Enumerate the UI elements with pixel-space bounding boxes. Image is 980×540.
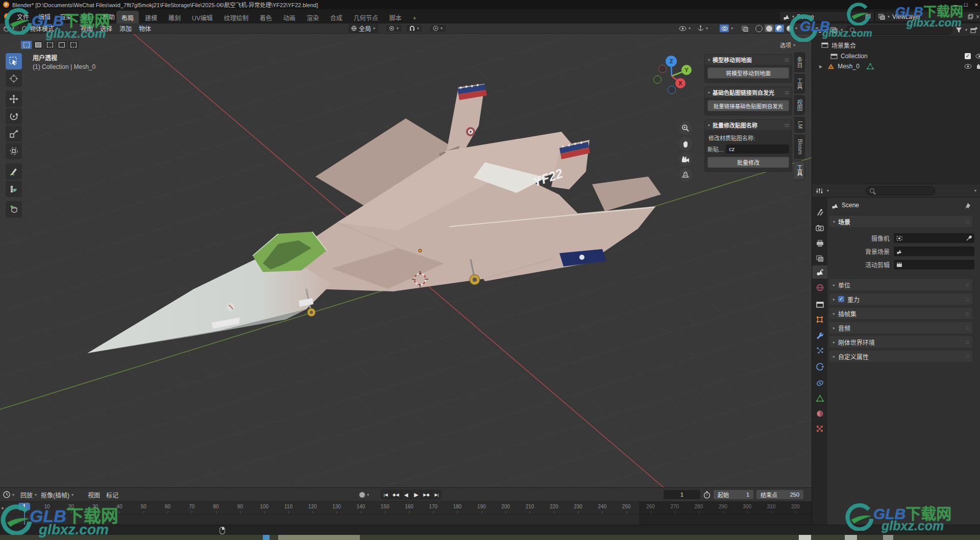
options-dropdown[interactable]: 选项▾ <box>780 41 795 49</box>
tab-constraints[interactable] <box>812 376 827 389</box>
select-extend-button[interactable] <box>33 41 43 49</box>
tab-output[interactable] <box>812 236 827 250</box>
tab-texture[interactable] <box>812 422 827 435</box>
drag-grip-icon[interactable]: :::: <box>785 90 789 95</box>
new-scene-icon[interactable] <box>865 14 871 19</box>
current-frame-field[interactable]: 1 <box>664 490 700 499</box>
new-view-layer-icon[interactable] <box>968 14 973 19</box>
camera-render-icon[interactable] <box>976 64 980 69</box>
properties-search-input[interactable] <box>866 186 935 195</box>
section-gravity[interactable]: ▸✓重力:::: <box>829 293 972 305</box>
drag-grip-icon[interactable]: :::: <box>785 57 789 62</box>
minimize-button[interactable]: – <box>954 2 957 8</box>
transform-orientation[interactable]: 全局 ▾ <box>348 23 378 33</box>
remove-view-layer-icon[interactable]: × <box>976 13 979 20</box>
jump-to-end-button[interactable]: ▶| <box>432 489 442 500</box>
maximize-button[interactable]: □ <box>964 2 968 8</box>
new-name-input[interactable]: cz <box>726 144 789 154</box>
tab-object[interactable] <box>812 313 827 326</box>
menu-item[interactable]: 渲染 <box>55 11 77 22</box>
camera-view-button[interactable] <box>679 153 692 166</box>
eye-icon[interactable] <box>964 64 972 69</box>
gravity-checkbox[interactable]: ✓ <box>838 296 844 302</box>
pivot-point-selector[interactable]: ▾ <box>386 23 402 33</box>
outliner-row-mesh[interactable]: ▶ Mesh_0 <box>812 61 980 71</box>
sidebar-tab[interactable]: 工具 <box>794 74 805 93</box>
tool-cursor[interactable] <box>6 70 22 87</box>
tool-rotate[interactable] <box>6 108 22 125</box>
shading-wireframe-button[interactable] <box>754 24 764 32</box>
axis-minus-x-ball[interactable] <box>659 65 667 73</box>
workspace-tab[interactable]: 布局 <box>116 11 139 25</box>
outliner-row-collection[interactable]: Collection ✓ <box>812 51 980 61</box>
viewport-3d[interactable]: YF22 <box>0 23 812 487</box>
workspace-tab[interactable]: 脚本 <box>384 11 407 25</box>
tool-measure[interactable] <box>6 181 22 197</box>
prev-keyframe-button[interactable]: ◆◀ <box>391 489 401 500</box>
batch-rename-button[interactable]: 批量修改 <box>707 157 789 168</box>
timeline-editor-selector[interactable]: ▾ <box>3 488 14 501</box>
workspace-tab[interactable]: 几何节点 <box>349 11 383 25</box>
drag-grip-icon[interactable]: :::: <box>785 122 789 128</box>
workspace-tab[interactable]: 渲染 <box>302 11 324 25</box>
jump-to-start-button[interactable]: |◀ <box>381 489 391 500</box>
view-layer-selector[interactable]: ▾ ViewLayer × <box>875 11 980 22</box>
scene-selector[interactable]: ▾ Scene <box>779 11 874 22</box>
tab-render[interactable] <box>812 221 827 234</box>
axis-gizmo[interactable]: Z Y X <box>653 53 692 94</box>
section-units[interactable]: ▸单位:::: <box>829 279 972 290</box>
menu-item[interactable]: 编辑 <box>34 11 55 22</box>
select-intersect-button[interactable] <box>68 41 79 49</box>
outliner-search-input[interactable] <box>846 26 952 35</box>
shading-solid-button[interactable] <box>765 24 774 32</box>
section-keying-sets[interactable]: ▸插帧集:::: <box>829 308 972 319</box>
eyedropper-icon[interactable] <box>966 235 972 241</box>
filter-icon[interactable] <box>955 27 962 33</box>
zoom-button[interactable] <box>679 121 692 135</box>
section-audio[interactable]: ▸音频:::: <box>829 322 972 333</box>
playback-menu[interactable]: 回放▾ <box>20 488 37 501</box>
new-collection-icon[interactable] <box>970 27 977 33</box>
play-button[interactable]: ▶ <box>411 489 422 500</box>
panel-header[interactable]: ▾批量修改贴图名称:::: <box>705 120 792 130</box>
section-scene[interactable]: ▾ 场景 :::: <box>829 216 972 227</box>
sidebar-tab[interactable]: 视图 <box>794 95 805 115</box>
keying-menu[interactable]: 抠像(插帧)▾ <box>41 488 74 501</box>
tab-modifiers[interactable] <box>812 328 827 341</box>
auto-key-toggle[interactable]: ▾ <box>359 488 369 501</box>
eye-icon[interactable] <box>975 54 980 59</box>
perspective-toggle-button[interactable] <box>679 168 692 181</box>
tool-select-box[interactable] <box>6 53 22 69</box>
tab-object-data[interactable] <box>812 391 827 405</box>
editor-type-selector[interactable]: ▾ <box>3 23 14 33</box>
sidebar-tab[interactable]: LM <box>794 117 805 133</box>
region-toggle-arrow[interactable]: ◂ <box>1 505 4 510</box>
play-reverse-button[interactable]: ◀ <box>401 489 411 500</box>
sidebar-tab[interactable]: 工具 <box>794 161 805 180</box>
pan-button[interactable] <box>679 137 692 151</box>
axis-minus-y-ball[interactable] <box>654 76 662 84</box>
view-menu[interactable]: 视图 <box>88 488 100 501</box>
move-model-to-ground-button[interactable]: 将模型移动到地面 <box>707 67 789 79</box>
tab-world[interactable] <box>812 281 827 294</box>
tab-physics[interactable] <box>812 360 827 373</box>
xray-toggle[interactable] <box>742 23 748 33</box>
frame-end-field[interactable]: 结束点250 <box>756 490 803 499</box>
tab-scene[interactable] <box>812 265 827 279</box>
proportional-editing[interactable]: ▾ <box>430 23 446 33</box>
snap-controls[interactable]: ▾ <box>406 23 422 33</box>
next-keyframe-button[interactable]: ▶◆ <box>422 489 432 500</box>
batch-link-emission-button[interactable]: 批量链接基础色贴图到自发光 <box>707 100 789 111</box>
shading-rendered-button[interactable] <box>785 24 794 32</box>
workspace-tab[interactable]: 建模 <box>140 11 162 25</box>
viewport-menu-item[interactable]: 物体 <box>139 24 151 33</box>
close-button[interactable]: × <box>975 2 978 8</box>
shading-material-button[interactable] <box>775 24 784 32</box>
workspace-tab[interactable]: 合成 <box>325 11 348 25</box>
tab-view-layer[interactable] <box>812 252 827 265</box>
tab-particles[interactable] <box>812 343 827 357</box>
collection-checkbox[interactable]: ✓ <box>965 53 971 59</box>
background-scene-field[interactable] <box>894 247 974 256</box>
properties-options-icon[interactable]: ▾ <box>974 188 976 193</box>
playhead-line[interactable] <box>24 509 25 525</box>
